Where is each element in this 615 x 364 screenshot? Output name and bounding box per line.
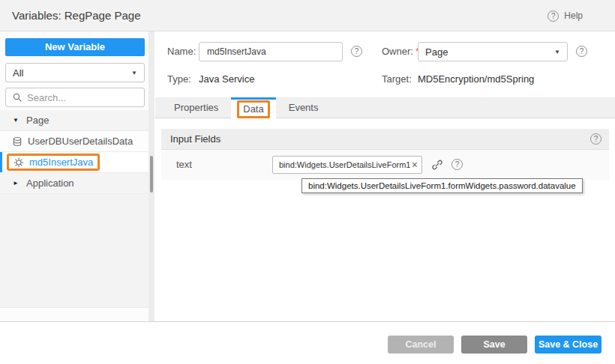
cancel-button[interactable]: Cancel — [388, 336, 454, 354]
tree-empty-area — [0, 194, 148, 308]
input-fields-section: Input Fields ? text bind:Widgets.UserDet… — [161, 129, 609, 180]
selection-indicator — [0, 152, 2, 172]
tree-node-label: Application — [26, 178, 74, 189]
bind-link-icon[interactable] — [431, 159, 443, 171]
input-fields-help-icon[interactable]: ? — [590, 133, 602, 145]
bind-value-text: bind:Widgets.UserDetailsLiveForm1.fo — [279, 160, 410, 169]
tab-properties[interactable]: Properties — [161, 97, 231, 118]
bind-value-input[interactable]: bind:Widgets.UserDetailsLiveForm1.fo × — [272, 156, 422, 174]
tree-node-userdbuserdetailsdata[interactable]: UserDBUserDetailsData — [0, 131, 148, 152]
search-icon — [12, 92, 22, 103]
annotation-highlight-box: Data — [237, 100, 269, 118]
form-row-type-target: Type: Java Service Target: MD5Encryption… — [155, 72, 615, 87]
variables-dialog: Variables: RegPage Page ? Help New Varia… — [0, 0, 615, 364]
clear-icon[interactable]: × — [410, 160, 419, 170]
owner-help-icon[interactable]: ? — [576, 46, 587, 57]
help-label: Help — [564, 10, 583, 21]
save-button[interactable]: Save — [461, 336, 527, 354]
search-input[interactable] — [27, 92, 138, 103]
tab-data[interactable]: Data — [231, 97, 275, 118]
variables-sidebar: New Variable All ▼ ▼ Page — [0, 31, 148, 321]
caret-expanded-icon: ▼ — [13, 117, 20, 124]
new-variable-button[interactable]: New Variable — [5, 38, 145, 56]
sidebar-scrollbar[interactable] — [148, 31, 154, 321]
tab-events[interactable]: Events — [276, 97, 332, 118]
tree-node-label: Page — [26, 115, 49, 126]
variables-tree: ▼ Page UserDBUserDetailsData — [0, 110, 148, 308]
chevron-down-icon: ▼ — [554, 49, 560, 55]
chevron-down-icon: ▼ — [131, 70, 137, 76]
dialog-header: Variables: RegPage Page ? Help — [0, 0, 615, 31]
field-help-icon[interactable]: ? — [452, 159, 463, 170]
java-service-icon — [14, 157, 24, 168]
form-row-name-owner: Name:* ? Owner:* Page ▼ ? — [155, 42, 615, 61]
database-icon — [12, 136, 22, 147]
help-button[interactable]: ? Help — [548, 0, 583, 31]
help-icon: ? — [548, 10, 559, 22]
variable-detail-panel: Name:* ? Owner:* Page ▼ ? Type: Java Ser… — [155, 31, 615, 321]
detail-tabbar: Properties Data Events — [155, 97, 615, 118]
type-label: Type: — [167, 72, 191, 87]
bind-expression-tooltip: bind:Widgets.UserDetailsLiveForm1.formWi… — [302, 178, 583, 193]
search-box[interactable] — [5, 88, 145, 107]
sidebar-scrollbar-thumb[interactable] — [150, 156, 153, 192]
tree-node-md5insertjava[interactable]: md5InsertJava — [0, 152, 148, 173]
owner-selected-value: Page — [425, 46, 554, 58]
tree-node-label: md5InsertJava — [29, 157, 93, 168]
name-input[interactable] — [199, 42, 343, 61]
tree-node-application[interactable]: ► Application — [0, 173, 148, 194]
target-value: MD5Encryption/md5Spring — [418, 72, 534, 87]
caret-collapsed-icon: ► — [13, 180, 20, 186]
section-title: Input Fields — [170, 133, 590, 145]
page-title: Variables: RegPage Page — [12, 0, 141, 31]
annotation-highlight-box: md5InsertJava — [7, 154, 100, 171]
name-help-icon[interactable]: ? — [351, 46, 362, 57]
tree-node-label: UserDBUserDetailsData — [28, 136, 133, 147]
name-label: Name:* — [167, 42, 202, 61]
dialog-footer: Cancel Save Save & Close — [0, 321, 615, 364]
field-label: text — [176, 150, 192, 180]
input-fields-header: Input Fields ? — [161, 129, 609, 150]
type-value: Java Service — [199, 72, 254, 87]
filter-selected-value: All — [13, 67, 131, 79]
save-and-close-button[interactable]: Save & Close — [535, 336, 602, 354]
input-field-row-text: text bind:Widgets.UserDetailsLiveForm1.f… — [161, 150, 609, 180]
owner-label: Owner:* — [382, 42, 419, 61]
target-label: Target: — [382, 72, 412, 87]
owner-select[interactable]: Page ▼ — [418, 42, 568, 61]
tree-node-page[interactable]: ▼ Page — [0, 110, 148, 131]
variable-filter-select[interactable]: All ▼ — [5, 63, 145, 82]
